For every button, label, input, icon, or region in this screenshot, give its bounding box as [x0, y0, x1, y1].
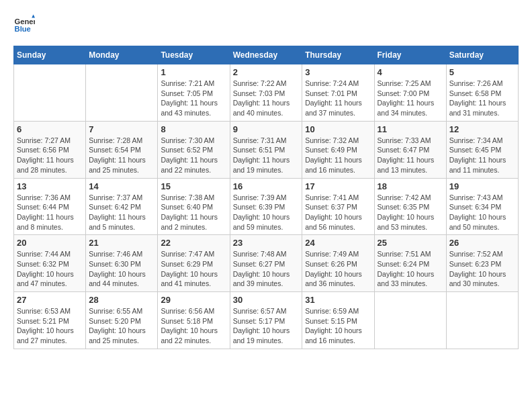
calendar-cell: 12Sunrise: 7:34 AM Sunset: 6:45 PM Dayli…: [446, 121, 518, 178]
day-detail: Sunrise: 7:33 AM Sunset: 6:47 PM Dayligh…: [378, 136, 443, 175]
col-header-saturday: Saturday: [446, 46, 518, 64]
col-header-friday: Friday: [374, 46, 446, 64]
calendar-cell: [86, 64, 158, 122]
day-detail: Sunrise: 6:55 AM Sunset: 5:20 PM Dayligh…: [89, 306, 154, 346]
week-row-3: 13Sunrise: 7:36 AM Sunset: 6:44 PM Dayli…: [14, 178, 519, 235]
day-detail: Sunrise: 7:30 AM Sunset: 6:52 PM Dayligh…: [161, 136, 226, 175]
day-detail: Sunrise: 7:38 AM Sunset: 6:40 PM Dayligh…: [161, 193, 226, 232]
day-number: 23: [233, 238, 300, 248]
calendar-cell: 5Sunrise: 7:26 AM Sunset: 6:58 PM Daylig…: [446, 64, 518, 122]
day-number: 8: [161, 124, 226, 134]
day-detail: Sunrise: 7:28 AM Sunset: 6:54 PM Dayligh…: [89, 136, 154, 175]
day-number: 10: [305, 124, 371, 134]
logo: General Blue: [13, 13, 38, 35]
day-number: 29: [161, 295, 226, 305]
day-detail: Sunrise: 7:32 AM Sunset: 6:49 PM Dayligh…: [305, 136, 371, 175]
calendar-cell: 29Sunrise: 6:56 AM Sunset: 5:18 PM Dayli…: [158, 292, 230, 349]
col-header-tuesday: Tuesday: [158, 46, 230, 64]
week-row-1: 1Sunrise: 7:21 AM Sunset: 7:05 PM Daylig…: [14, 64, 519, 122]
day-detail: Sunrise: 7:26 AM Sunset: 6:58 PM Dayligh…: [449, 79, 515, 118]
day-number: 4: [378, 67, 443, 77]
day-detail: Sunrise: 7:37 AM Sunset: 6:42 PM Dayligh…: [89, 193, 154, 232]
day-number: 5: [449, 67, 515, 77]
col-header-wednesday: Wednesday: [230, 46, 302, 64]
day-number: 1: [161, 67, 226, 77]
calendar-cell: 21Sunrise: 7:46 AM Sunset: 6:30 PM Dayli…: [86, 235, 158, 292]
calendar-cell: 1Sunrise: 7:21 AM Sunset: 7:05 PM Daylig…: [158, 64, 230, 122]
day-number: 2: [233, 67, 300, 77]
day-number: 20: [17, 238, 83, 248]
day-number: 11: [378, 124, 443, 134]
calendar-cell: 24Sunrise: 7:49 AM Sunset: 6:26 PM Dayli…: [302, 235, 374, 292]
calendar-cell: 20Sunrise: 7:44 AM Sunset: 6:32 PM Dayli…: [14, 235, 86, 292]
calendar-cell: 27Sunrise: 6:53 AM Sunset: 5:21 PM Dayli…: [14, 292, 86, 349]
calendar-cell: 8Sunrise: 7:30 AM Sunset: 6:52 PM Daylig…: [158, 121, 230, 178]
calendar-cell: 17Sunrise: 7:41 AM Sunset: 6:37 PM Dayli…: [302, 178, 374, 235]
day-number: 6: [17, 124, 83, 134]
logo-icon: General Blue: [13, 13, 35, 35]
day-number: 21: [89, 238, 154, 248]
day-detail: Sunrise: 7:42 AM Sunset: 6:35 PM Dayligh…: [378, 193, 443, 232]
calendar-cell: 9Sunrise: 7:31 AM Sunset: 6:51 PM Daylig…: [230, 121, 302, 178]
day-number: 17: [305, 181, 371, 191]
day-detail: Sunrise: 6:56 AM Sunset: 5:18 PM Dayligh…: [161, 306, 226, 346]
day-detail: Sunrise: 7:31 AM Sunset: 6:51 PM Dayligh…: [233, 136, 300, 175]
calendar-cell: 4Sunrise: 7:25 AM Sunset: 7:00 PM Daylig…: [374, 64, 446, 122]
day-number: 28: [89, 295, 154, 305]
calendar-cell: 26Sunrise: 7:52 AM Sunset: 6:23 PM Dayli…: [446, 235, 518, 292]
calendar-cell: 15Sunrise: 7:38 AM Sunset: 6:40 PM Dayli…: [158, 178, 230, 235]
day-detail: Sunrise: 6:59 AM Sunset: 5:15 PM Dayligh…: [305, 306, 371, 346]
day-number: 7: [89, 124, 154, 134]
col-header-sunday: Sunday: [14, 46, 86, 64]
day-number: 26: [449, 238, 515, 248]
day-number: 15: [161, 181, 226, 191]
calendar-cell: 28Sunrise: 6:55 AM Sunset: 5:20 PM Dayli…: [86, 292, 158, 349]
calendar-cell: [446, 292, 518, 349]
svg-text:General: General: [15, 17, 35, 26]
col-header-monday: Monday: [86, 46, 158, 64]
day-detail: Sunrise: 6:57 AM Sunset: 5:17 PM Dayligh…: [233, 306, 300, 346]
day-detail: Sunrise: 7:51 AM Sunset: 6:24 PM Dayligh…: [378, 249, 443, 289]
day-detail: Sunrise: 7:48 AM Sunset: 6:27 PM Dayligh…: [233, 249, 300, 289]
day-detail: Sunrise: 7:44 AM Sunset: 6:32 PM Dayligh…: [17, 249, 83, 289]
svg-text:Blue: Blue: [15, 25, 31, 33]
day-detail: Sunrise: 7:43 AM Sunset: 6:34 PM Dayligh…: [449, 193, 515, 232]
calendar-cell: 10Sunrise: 7:32 AM Sunset: 6:49 PM Dayli…: [302, 121, 374, 178]
calendar-cell: 19Sunrise: 7:43 AM Sunset: 6:34 PM Dayli…: [446, 178, 518, 235]
day-detail: Sunrise: 7:52 AM Sunset: 6:23 PM Dayligh…: [449, 249, 515, 289]
day-number: 22: [161, 238, 226, 248]
calendar-cell: [374, 292, 446, 349]
calendar-cell: 25Sunrise: 7:51 AM Sunset: 6:24 PM Dayli…: [374, 235, 446, 292]
day-detail: Sunrise: 7:46 AM Sunset: 6:30 PM Dayligh…: [89, 249, 154, 289]
calendar-cell: 2Sunrise: 7:22 AM Sunset: 7:03 PM Daylig…: [230, 64, 302, 122]
day-detail: Sunrise: 7:39 AM Sunset: 6:39 PM Dayligh…: [233, 193, 300, 232]
day-number: 12: [449, 124, 515, 134]
day-detail: Sunrise: 7:36 AM Sunset: 6:44 PM Dayligh…: [17, 193, 83, 232]
day-number: 27: [17, 295, 83, 305]
day-number: 30: [233, 295, 300, 305]
calendar-cell: 7Sunrise: 7:28 AM Sunset: 6:54 PM Daylig…: [86, 121, 158, 178]
day-number: 18: [378, 181, 443, 191]
calendar-cell: 23Sunrise: 7:48 AM Sunset: 6:27 PM Dayli…: [230, 235, 302, 292]
day-detail: Sunrise: 7:49 AM Sunset: 6:26 PM Dayligh…: [305, 249, 371, 289]
calendar-header: SundayMondayTuesdayWednesdayThursdayFrid…: [14, 46, 519, 64]
day-number: 25: [378, 238, 443, 248]
day-number: 31: [305, 295, 371, 305]
day-number: 19: [449, 181, 515, 191]
day-detail: Sunrise: 6:53 AM Sunset: 5:21 PM Dayligh…: [17, 306, 83, 346]
calendar-cell: 22Sunrise: 7:47 AM Sunset: 6:29 PM Dayli…: [158, 235, 230, 292]
day-number: 24: [305, 238, 371, 248]
day-detail: Sunrise: 7:41 AM Sunset: 6:37 PM Dayligh…: [305, 193, 371, 232]
day-detail: Sunrise: 7:24 AM Sunset: 7:01 PM Dayligh…: [305, 79, 371, 118]
calendar-cell: 30Sunrise: 6:57 AM Sunset: 5:17 PM Dayli…: [230, 292, 302, 349]
calendar-cell: 13Sunrise: 7:36 AM Sunset: 6:44 PM Dayli…: [14, 178, 86, 235]
calendar-cell: 18Sunrise: 7:42 AM Sunset: 6:35 PM Dayli…: [374, 178, 446, 235]
day-detail: Sunrise: 7:22 AM Sunset: 7:03 PM Dayligh…: [233, 79, 300, 118]
day-number: 3: [305, 67, 371, 77]
week-row-5: 27Sunrise: 6:53 AM Sunset: 5:21 PM Dayli…: [14, 292, 519, 349]
calendar-cell: 11Sunrise: 7:33 AM Sunset: 6:47 PM Dayli…: [374, 121, 446, 178]
calendar-cell: [14, 64, 86, 122]
day-detail: Sunrise: 7:21 AM Sunset: 7:05 PM Dayligh…: [161, 79, 226, 118]
calendar-table: SundayMondayTuesdayWednesdayThursdayFrid…: [13, 46, 519, 349]
day-number: 16: [233, 181, 300, 191]
